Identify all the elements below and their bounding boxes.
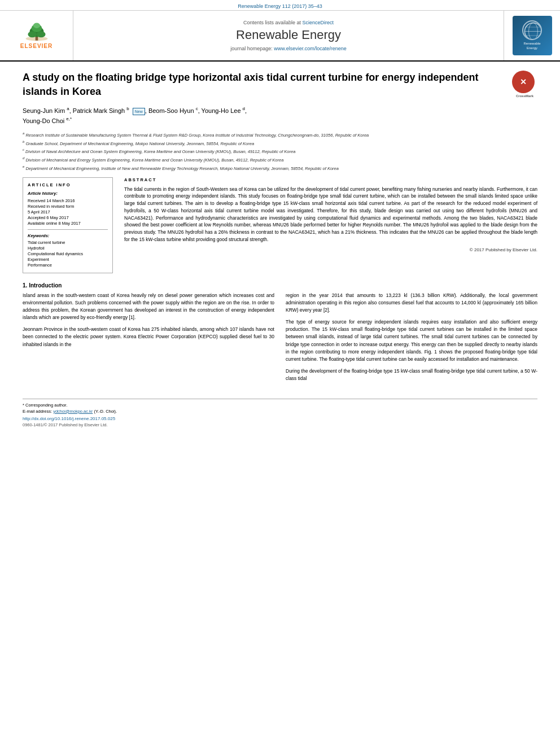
author-2: Patrick Mark Singh b New,: [73, 107, 147, 114]
svg-point-4: [37, 31, 46, 37]
intro-p4: The type of energy source for energy ind…: [286, 318, 537, 363]
affil-e: e Department of Mechanical Engineering, …: [23, 164, 537, 172]
keyword-2: Hydrofoil: [28, 246, 108, 251]
article-info-heading: ARTICLE INFO: [28, 182, 108, 187]
new-badge: New: [133, 108, 145, 115]
author-5: Young-Do Choi e,*: [23, 117, 72, 124]
crossmark-badge[interactable]: ✕ CrossMark: [512, 71, 537, 96]
affil-c: c Division of Naval Architecture and Oce…: [23, 147, 537, 155]
svg-point-6: [33, 23, 40, 28]
abstract-heading: ABSTRACT: [124, 177, 537, 182]
keyword-5: Performance: [28, 263, 108, 268]
author-1: Seung-Jun Kim a,: [23, 107, 71, 114]
article-info-box: ARTICLE INFO Article history: Received 1…: [23, 177, 113, 273]
keyword-4: Experiment: [28, 257, 108, 262]
history-available: Available online 8 May 2017: [28, 221, 108, 226]
svg-text:✕: ✕: [520, 77, 527, 86]
copyright-line: © 2017 Published by Elsevier Ltd.: [124, 247, 537, 254]
authors-section: Seung-Jun Kim a, Patrick Mark Singh b Ne…: [23, 106, 537, 126]
elsevier-text: ELSEVIER: [20, 43, 53, 49]
keyword-3: Computational fluid dynamics: [28, 251, 108, 256]
journal-title-display: Renewable Energy: [236, 28, 341, 42]
article-title: A study on the floating bridge type hori…: [23, 72, 478, 97]
svg-point-3: [28, 31, 37, 37]
intro-title: 1. Introduction: [23, 282, 537, 289]
history-received: Received 14 March 2016: [28, 198, 108, 203]
elsevier-logo-box: ELSEVIER: [14, 20, 59, 51]
history-revised-label: Received in revised form: [28, 204, 108, 209]
main-content: A study on the floating bridge type hori…: [0, 62, 560, 436]
affil-b: b Graduate School, Department of Mechani…: [23, 139, 537, 147]
affil-d: d Division of Mechanical and Energy Syst…: [23, 156, 537, 163]
crossmark-icon: ✕: [512, 71, 535, 93]
doi-link[interactable]: http://dx.doi.org/10.1016/j.renene.2017.…: [23, 416, 115, 421]
keyword-1: Tidal current turbine: [28, 240, 108, 245]
re-logo-section: RenewableEnergy: [504, 11, 560, 60]
info-abstract-section: ARTICLE INFO Article history: Received 1…: [23, 177, 537, 273]
journal-center-section: Contents lists available at ScienceDirec…: [73, 11, 504, 60]
abstract-text: The tidal currents in the region of Sout…: [124, 186, 537, 254]
history-accepted: Accepted 6 May 2017: [28, 215, 108, 220]
affil-a: a Research Institute of Sustainable Manu…: [23, 131, 537, 138]
elsevier-tree-icon: [23, 22, 51, 42]
article-info-column: ARTICLE INFO Article history: Received 1…: [23, 177, 113, 273]
issn-line: 0960-1481/© 2017 Published by Elsevier L…: [23, 422, 537, 427]
abstract-paragraph: The tidal currents in the region of Sout…: [124, 186, 537, 243]
contents-available: Contents lists available at ScienceDirec…: [243, 20, 334, 25]
footer-area: * Corresponding author. E-mail address: …: [23, 399, 537, 427]
intro-p1: Island areas in the south-western coast …: [23, 292, 274, 322]
author-4: Young-Ho Lee d,: [202, 107, 247, 114]
keywords-label: Keywords:: [28, 233, 108, 238]
introduction-section: 1. Introduction Island areas in the sout…: [23, 282, 537, 387]
email-link[interactable]: ydchoi@mokpo.ac.kr: [53, 409, 93, 414]
intro-col2: region in the year 2014 that amounts to …: [286, 292, 537, 387]
article-history-label: Article history:: [28, 191, 108, 196]
intro-p3: region in the year 2014 that amounts to …: [286, 292, 537, 314]
doi-link-section: http://dx.doi.org/10.1016/j.renene.2017.…: [23, 416, 537, 421]
abstract-column: ABSTRACT The tidal currents in the regio…: [124, 177, 537, 273]
email-note: E-mail address: ydchoi@mokpo.ac.kr (Y.-D…: [23, 409, 537, 414]
affiliations-section: a Research Institute of Sustainable Manu…: [23, 131, 537, 172]
intro-two-col: Island areas in the south-western coast …: [23, 292, 537, 387]
journal-homepage: journal homepage: www.elsevier.com/locat…: [230, 46, 347, 51]
journal-top-bar: Renewable Energy 112 (2017) 35–43: [0, 0, 560, 11]
article-title-section: A study on the floating bridge type hori…: [23, 71, 537, 99]
re-logo-box: RenewableEnergy: [513, 16, 552, 55]
homepage-url[interactable]: www.elsevier.com/locate/renene: [274, 46, 347, 51]
info-divider: [28, 229, 108, 230]
sciencedirect-link[interactable]: ScienceDirect: [303, 20, 334, 25]
intro-p5: During the development of the floating-b…: [286, 368, 537, 382]
history-revised-date: 5 April 2017: [28, 209, 108, 215]
author-3: Beom-Soo Hyun c,: [148, 107, 200, 114]
intro-p2: Jeonnam Province in the south-western co…: [23, 326, 274, 348]
corresponding-note: * Corresponding author.: [23, 403, 537, 408]
journal-header: ELSEVIER Contents lists available at Sci…: [0, 11, 560, 62]
re-globe-icon: [522, 20, 542, 40]
elsevier-logo-section: ELSEVIER: [0, 11, 73, 60]
re-logo-label: RenewableEnergy: [523, 42, 540, 51]
intro-col1: Island areas in the south-western coast …: [23, 292, 274, 387]
journal-ref: Renewable Energy 112 (2017) 35–43: [238, 3, 322, 9]
page-container: Renewable Energy 112 (2017) 35–43 ELSEVI…: [0, 0, 560, 747]
